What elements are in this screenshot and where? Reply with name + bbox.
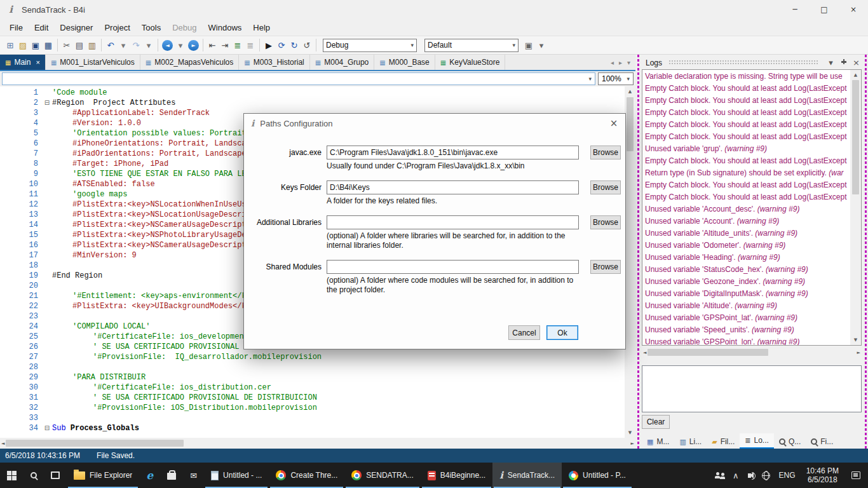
save-all-button[interactable]: ▦ (42, 37, 55, 53)
cut-button[interactable]: ✂ (60, 37, 73, 53)
panel-tab-files[interactable]: ▰Fil... (707, 435, 740, 449)
copy-button[interactable]: ▤ (73, 37, 86, 53)
menu-edit[interactable]: Edit (29, 20, 54, 35)
panel-tab-libraries[interactable]: ▥Li... (674, 435, 707, 449)
taskbar-paint-window[interactable]: Untitled - P... (562, 463, 633, 488)
log-entry[interactable]: Unused variable 'Account'. (warning #9) (645, 215, 850, 227)
code-line[interactable]: 34⊟Sub Process_Globals (0, 423, 625, 433)
scroll-thumb[interactable] (627, 97, 634, 151)
profile-combo[interactable]: Default ▾ (424, 39, 519, 52)
code-line[interactable]: 28 (0, 362, 625, 372)
minimize-button[interactable]: ─ (780, 0, 810, 19)
code-line[interactable]: 1'Code module (0, 88, 625, 98)
run-button[interactable]: ▶ (262, 37, 275, 53)
log-entry[interactable]: Unused variable 'GPSPoint_lon'. (warning… (645, 336, 850, 345)
tab-m003_historial[interactable]: ▦M003_Historial (239, 55, 310, 70)
undo-dropdown-button[interactable]: ▾ (117, 37, 130, 53)
log-entry[interactable]: Empty Catch block. You should at least a… (645, 155, 850, 167)
shared-modules-input[interactable] (327, 260, 579, 274)
scroll-right-icon[interactable]: ► (857, 348, 860, 357)
toolbar-overflow-button[interactable]: ▾ (535, 37, 548, 53)
keys-folder-input[interactable] (327, 180, 579, 194)
log-detail-box[interactable] (642, 365, 862, 412)
fold-collapse-icon[interactable]: ⊟ (42, 98, 52, 108)
tab-keyvaluestore[interactable]: ▦KeyValueStore (435, 55, 506, 70)
save-button[interactable]: ▣ (29, 37, 42, 53)
navigate-back-button[interactable]: ◄ (161, 37, 174, 53)
title-bar[interactable]: i SendaTrack - B4i ─□× (0, 0, 868, 19)
log-entry[interactable]: Unused variable 'GPSPoint_lat'. (warning… (645, 312, 850, 324)
menu-file[interactable]: File (4, 20, 29, 35)
tab-scroll-right-icon[interactable]: ▸ (619, 59, 622, 66)
log-entry[interactable]: Unused variable 'Altitude'. (warning #9) (645, 300, 850, 312)
logs-vscrollbar[interactable]: ▲ ▼ (850, 70, 861, 345)
taskbar-task-view-button[interactable] (44, 463, 67, 488)
build-button[interactable]: ↻ (288, 37, 301, 53)
scroll-down-icon[interactable]: ▼ (628, 428, 632, 437)
log-entry[interactable]: Empty Catch block. You should at least a… (645, 95, 850, 107)
log-entry[interactable]: Unused variable 'Account_desc'. (warning… (645, 203, 850, 215)
redo-dropdown-button[interactable]: ▾ (142, 37, 155, 53)
log-entry[interactable]: Unused variable 'Odometer'. (warning #9) (645, 240, 850, 252)
scroll-thumb[interactable] (648, 349, 768, 356)
build-config-combo[interactable]: Debug ▾ (323, 39, 417, 52)
close-button[interactable]: × (839, 0, 868, 19)
log-entry[interactable]: Empty Catch block. You should at least a… (645, 119, 850, 131)
code-line[interactable]: 31' SE USA CERTIFICADO PROVISIONAL DE DI… (0, 393, 625, 403)
panel-tab-modules[interactable]: ▦M... (642, 435, 674, 449)
tab-m002_mapasvehiculos[interactable]: ▦M002_MapasVehiculos (140, 55, 240, 70)
log-entry[interactable]: Unused variable 'StatusCode_hex'. (warni… (645, 264, 850, 276)
keys-folder-browse-button[interactable]: Browse (590, 180, 621, 194)
scroll-thumb[interactable] (6, 440, 184, 447)
language-indicator[interactable]: ENG (773, 471, 801, 480)
new-module-button[interactable]: ⊞ (4, 37, 17, 53)
menu-project[interactable]: Project (98, 20, 135, 35)
menu-tools[interactable]: Tools (136, 20, 166, 35)
taskbar-edge[interactable]: e (139, 463, 160, 488)
logs-drag-grip[interactable] (668, 60, 819, 65)
people-button[interactable] (712, 463, 729, 488)
taskbar-store[interactable] (160, 463, 183, 488)
taskbar-mail[interactable]: ✉ (183, 463, 204, 488)
action-center-button[interactable] (844, 471, 868, 479)
shared-modules-browse-button[interactable]: Browse (590, 260, 621, 274)
code-line[interactable]: 2⊟#Region Project Attributes (0, 98, 625, 108)
logs-menu-button[interactable]: ▾ (825, 57, 836, 68)
menu-windows[interactable]: Windows (203, 20, 248, 35)
log-entry[interactable]: Unused variable 'Altitude_units'. (warni… (645, 227, 850, 240)
log-entry[interactable]: Unused variable 'Geozone_index'. (warnin… (645, 276, 850, 288)
log-entry[interactable]: Empty Catch block. You should at least a… (645, 131, 850, 143)
tab-m001_listarvehiculos[interactable]: ▦M001_ListarVehiculos (46, 55, 140, 70)
additional-libraries-input[interactable] (327, 215, 579, 229)
volume-button[interactable] (742, 463, 759, 488)
open-button[interactable]: ▨ (17, 37, 29, 53)
ok-button[interactable]: Ok (546, 325, 578, 340)
network-button[interactable] (759, 463, 773, 488)
tab-m004_grupo[interactable]: ▦M004_Grupo (310, 55, 375, 70)
taskbar-b4i-window[interactable]: iSendaTrack... (492, 463, 562, 488)
tool-windows-button[interactable]: ▣ (522, 37, 535, 53)
outdent-button[interactable]: ⇤ (206, 37, 219, 53)
cancel-button[interactable]: Cancel (508, 325, 540, 340)
code-line[interactable]: 27'#ProvisionFile: IQ_desarrollador.mobi… (0, 352, 625, 362)
log-entry[interactable]: Empty Catch block. You should at least a… (645, 83, 850, 95)
menu-designer[interactable]: Designer (54, 20, 98, 35)
additional-libraries-browse-button[interactable]: Browse (590, 215, 621, 229)
log-entry[interactable]: Empty Catch block. You should at least a… (645, 191, 850, 203)
code-line[interactable]: 33 (0, 413, 625, 423)
panel-tab-find[interactable]: Fi... (806, 435, 838, 449)
tab-scroll-left-icon[interactable]: ◂ (611, 59, 614, 66)
tab-list-icon[interactable]: ▾ (627, 59, 630, 66)
undo-button[interactable]: ↶ (104, 37, 117, 53)
javac-input[interactable] (327, 146, 579, 159)
taskbar-notepad-window[interactable]: Untitled - ... (204, 463, 269, 488)
log-entry[interactable]: Empty Catch block. You should at least a… (645, 179, 850, 191)
taskbar-chrome-window-2[interactable]: SENDATRA... (344, 463, 420, 488)
log-entry[interactable]: Variable declaration type is missing. St… (645, 71, 850, 83)
clock[interactable]: 10:46 PM 6/5/2018 (801, 466, 844, 484)
navigate-forward-button[interactable]: ► (187, 37, 200, 53)
log-entry[interactable]: Unused variable 'Speed_units'. (warning … (645, 324, 850, 336)
taskbar-ebook-window[interactable]: B4iBeginne... (421, 463, 492, 488)
log-entry[interactable]: Empty Catch block. You should at least a… (645, 107, 850, 119)
log-entry[interactable]: Unused variable 'DigitalInputMask'. (war… (645, 288, 850, 300)
